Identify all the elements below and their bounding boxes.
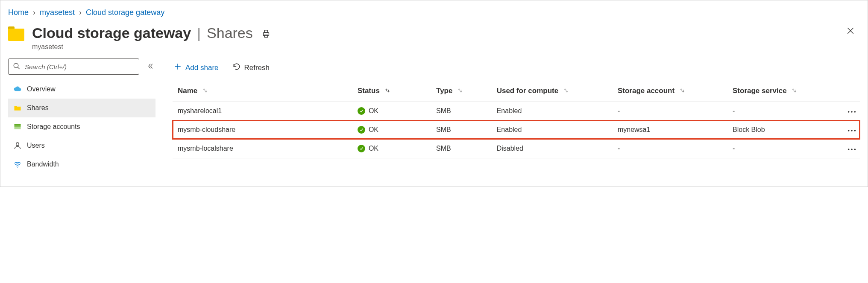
sidebar: Overview Shares Storage accounts Users B [8, 58, 155, 174]
svg-line-6 [18, 67, 20, 69]
column-header-name[interactable]: Name [173, 82, 354, 102]
cell-account: - [614, 102, 729, 120]
column-header-service[interactable]: Storage service [729, 82, 832, 102]
toolbar: Add share Refresh [173, 58, 860, 77]
check-circle-icon [358, 107, 365, 115]
cell-status: OK [354, 120, 433, 139]
user-icon [13, 141, 22, 150]
breadcrumb-link-home[interactable]: Home [8, 8, 29, 17]
sidebar-item-label: Bandwidth [27, 160, 59, 168]
add-share-label: Add share [185, 64, 219, 72]
column-header-type[interactable]: Type [433, 82, 493, 102]
add-share-button[interactable]: Add share [173, 61, 220, 75]
page-header: Cloud storage gateway | Shares myasetest [8, 21, 860, 58]
sidebar-item-overview[interactable]: Overview [8, 80, 155, 99]
refresh-button[interactable]: Refresh [232, 61, 271, 75]
sidebar-item-shares[interactable]: Shares [8, 99, 155, 117]
cell-account: mynewsa1 [614, 120, 729, 139]
refresh-label: Refresh [244, 64, 270, 72]
cell-service: Block Blob [729, 120, 832, 139]
sidebar-item-bandwidth[interactable]: Bandwidth [8, 155, 155, 174]
print-button[interactable] [259, 26, 273, 42]
wifi-icon [13, 160, 22, 169]
table-row[interactable]: mysmb-localshareOKSMBDisabled-- [173, 139, 860, 158]
cell-account: - [614, 139, 729, 158]
svg-point-14 [848, 111, 850, 113]
table-header-row: Name Status Type Used for compute [173, 82, 860, 102]
breadcrumb-link-resource[interactable]: myasetest [40, 8, 75, 17]
sidebar-item-storage-accounts[interactable]: Storage accounts [8, 117, 155, 136]
storage-icon [13, 123, 22, 131]
sidebar-item-users[interactable]: Users [8, 136, 155, 155]
folder-icon [8, 26, 24, 41]
cell-type: SMB [433, 139, 493, 158]
cell-service: - [729, 102, 832, 120]
sort-icon [457, 87, 463, 96]
svg-rect-2 [264, 35, 267, 38]
table-row[interactable]: mysmb-cloudshareOKSMBEnabledmynewsa1Bloc… [173, 120, 860, 139]
cell-name: mysmb-cloudshare [173, 120, 354, 139]
cell-name: mysmb-localshare [173, 139, 354, 158]
search-icon [13, 62, 21, 71]
chevron-right-icon: › [33, 8, 35, 17]
column-header-compute[interactable]: Used for compute [493, 82, 614, 102]
row-actions-button[interactable] [845, 107, 858, 115]
svg-rect-0 [263, 32, 269, 35]
svg-point-15 [851, 111, 853, 113]
svg-point-10 [16, 143, 19, 146]
row-actions-button[interactable] [845, 145, 858, 153]
resource-title: Cloud storage gateway [32, 25, 191, 41]
cell-status: OK [354, 139, 433, 158]
breadcrumb-link-current[interactable]: Cloud storage gateway [86, 8, 164, 17]
sidebar-item-label: Users [27, 142, 45, 149]
svg-rect-9 [15, 128, 21, 129]
cloud-icon [13, 85, 22, 93]
title-separator: | [197, 25, 201, 41]
table-row[interactable]: mysharelocal1OKSMBEnabled-- [173, 102, 860, 120]
svg-rect-7 [15, 124, 21, 125]
cell-type: SMB [433, 120, 493, 139]
cell-service: - [729, 139, 832, 158]
check-circle-icon [358, 145, 365, 152]
cell-name: mysharelocal1 [173, 102, 354, 120]
sidebar-item-label: Storage accounts [27, 123, 80, 131]
close-button[interactable] [843, 23, 858, 40]
cell-status: OK [354, 102, 433, 120]
cell-compute: Enabled [493, 102, 614, 120]
page-title: Shares [207, 25, 253, 41]
sort-icon [202, 87, 208, 96]
svg-rect-1 [264, 30, 267, 33]
svg-point-21 [851, 149, 853, 150]
svg-point-20 [848, 149, 850, 150]
sidebar-item-label: Overview [27, 85, 56, 93]
shares-table: Name Status Type Used for compute [173, 82, 860, 158]
column-header-status[interactable]: Status [354, 82, 433, 102]
row-actions-button[interactable] [845, 126, 858, 134]
refresh-icon [232, 62, 241, 73]
sidebar-item-label: Shares [27, 104, 49, 112]
sort-icon [679, 87, 685, 96]
svg-rect-8 [15, 126, 21, 127]
cell-compute: Disabled [493, 139, 614, 158]
resource-subtitle: myasetest [32, 43, 273, 51]
cell-type: SMB [433, 102, 493, 120]
sort-icon [791, 87, 797, 96]
svg-point-5 [14, 63, 18, 68]
folder-icon [13, 104, 22, 112]
svg-point-22 [854, 149, 856, 150]
cell-compute: Enabled [493, 120, 614, 139]
sort-icon [563, 87, 569, 96]
svg-point-17 [848, 130, 850, 131]
collapse-sidebar-button[interactable] [145, 61, 155, 73]
svg-point-11 [17, 167, 18, 168]
search-input[interactable] [25, 63, 135, 70]
search-box[interactable] [8, 58, 139, 75]
plus-icon [173, 62, 182, 73]
breadcrumb: Home › myasetest › Cloud storage gateway [8, 8, 860, 17]
chevron-right-icon: › [79, 8, 82, 17]
main-content: Add share Refresh Name Status [173, 58, 860, 158]
check-circle-icon [358, 126, 365, 134]
column-header-account[interactable]: Storage account [614, 82, 729, 102]
svg-point-19 [854, 130, 856, 131]
svg-point-18 [851, 130, 853, 131]
